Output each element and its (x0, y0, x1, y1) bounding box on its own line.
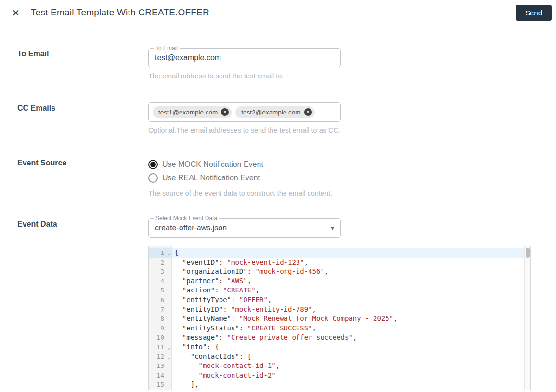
to-email-row: To Email To Email The email address to s… (17, 48, 556, 80)
cc-email-chip[interactable]: test1@example.com ✕ (153, 106, 232, 118)
editor-code-line[interactable]: "contactIds": [ (172, 352, 530, 362)
editor-code-line[interactable]: "mock-contact-id-1", (172, 361, 530, 371)
mock-event-data-select[interactable]: Select Mock Event Data create-offer-aws.… (148, 218, 341, 238)
chip-remove-icon[interactable]: ✕ (304, 108, 312, 116)
to-email-field: To Email (148, 48, 341, 67)
editor-code-line[interactable]: "action": "CREATE", (172, 286, 530, 295)
event-source-row: Event Source Use MOCK Notification Event… (17, 157, 556, 197)
editor-code-line[interactable]: ], (172, 380, 530, 390)
editor-code-line[interactable]: "entityType": "OFFER", (172, 295, 530, 305)
event-data-row: Event Data Select Mock Event Data create… (17, 218, 556, 390)
editor-code-line[interactable]: { (172, 248, 530, 258)
code-editor[interactable]: 1⌄234567891011⌄12⌄131415 { "eventID": "m… (148, 246, 531, 390)
editor-line-number: 5 (149, 286, 171, 295)
fold-toggle-icon[interactable]: ⌄ (168, 343, 170, 353)
radio-real-event-label: Use REAL Notification Event (162, 174, 260, 182)
event-source-helper-text: The source of the event data to construc… (148, 190, 556, 197)
cc-emails-row: CC Emails test1@example.com ✕ test2@exam… (17, 102, 556, 134)
cc-email-chip[interactable]: test2@example.com ✕ (235, 106, 314, 118)
editor-line-number: 6 (149, 295, 171, 305)
to-email-float-label: To Email (154, 45, 180, 51)
chip-remove-icon[interactable]: ✕ (221, 108, 229, 116)
cc-emails-row-label: CC Emails (17, 102, 148, 134)
cc-emails-field[interactable]: test1@example.com ✕ test2@example.com ✕ (148, 102, 341, 122)
editor-line-number: 2 (149, 258, 171, 267)
radio-real-event[interactable]: Use REAL Notification Event (148, 171, 556, 185)
radio-unselected-icon (148, 173, 158, 183)
test-email-form: To Email To Email The email address to s… (0, 48, 556, 390)
editor-line-number: 8 (149, 314, 171, 324)
event-data-row-label: Event Data (17, 218, 148, 390)
editor-line-number: 3 (149, 267, 171, 277)
editor-code-line[interactable]: "info": { (172, 342, 530, 352)
event-source-row-label: Event Source (17, 157, 148, 197)
editor-code-line[interactable]: "partner": "AWS", (172, 277, 530, 286)
editor-code-line[interactable]: "entityID": "mock-entity-id-789", (172, 305, 530, 315)
editor-code-line[interactable]: "entityName": "Mock Renewal for Mock Com… (172, 314, 530, 324)
chevron-down-icon[interactable]: ▾ (331, 224, 334, 232)
mock-event-data-select-label: Select Mock Event Data (154, 215, 219, 222)
editor-code-line[interactable]: "mock-contact-id-2" (172, 371, 530, 380)
dialog-header: ✕ Test Email Template With CREATE.OFFER … (0, 0, 556, 26)
editor-code-line[interactable]: "message": "Create private offer succeed… (172, 333, 530, 342)
page-title: Test Email Template With CREATE.OFFER (31, 7, 209, 18)
close-icon[interactable]: ✕ (9, 6, 23, 20)
editor-line-number: 7 (149, 305, 171, 315)
editor-line-number: 11⌄ (149, 342, 171, 352)
cc-email-chip-label: test1@example.com (158, 109, 218, 116)
event-source-radio-group: Use MOCK Notification Event Use REAL Not… (148, 157, 556, 185)
editor-line-number: 9 (149, 324, 171, 333)
cc-email-chip-label: test2@example.com (241, 109, 300, 116)
to-email-helper-text: The email address to send the test email… (148, 72, 556, 80)
cc-emails-helper-text: Optional.The email addresses to send the… (148, 126, 556, 134)
editor-line-number: 4 (149, 277, 171, 286)
radio-mock-event-label: Use MOCK Notification Event (162, 160, 263, 169)
fold-toggle-icon[interactable]: ⌄ (168, 249, 170, 258)
fold-toggle-icon[interactable]: ⌄ (168, 353, 170, 362)
editor-line-number: 14 (149, 371, 171, 380)
send-button[interactable]: Send (516, 5, 552, 21)
editor-gutter: 1⌄234567891011⌄12⌄131415 (149, 246, 172, 390)
editor-code[interactable]: { "eventID": "mock-event-id-123", "organ… (172, 246, 530, 390)
editor-scrollbar-thumb[interactable] (526, 248, 530, 258)
editor-code-line[interactable]: "entityStatus": "CREATE_SUCCESS", (172, 324, 530, 333)
radio-selected-icon (148, 160, 158, 169)
editor-line-number: 12⌄ (149, 352, 171, 362)
editor-line-number: 15 (149, 380, 171, 390)
editor-line-number: 13 (149, 361, 171, 371)
to-email-row-label: To Email (17, 48, 148, 80)
editor-line-number: 10 (149, 333, 171, 342)
editor-line-number: 1⌄ (149, 248, 171, 258)
radio-mock-event[interactable]: Use MOCK Notification Event (148, 158, 556, 171)
editor-scrollbar[interactable] (524, 246, 530, 390)
editor-code-line[interactable]: "eventID": "mock-event-id-123", (172, 258, 530, 267)
editor-code-line[interactable]: "organizationID": "mock-org-id-456", (172, 267, 530, 277)
